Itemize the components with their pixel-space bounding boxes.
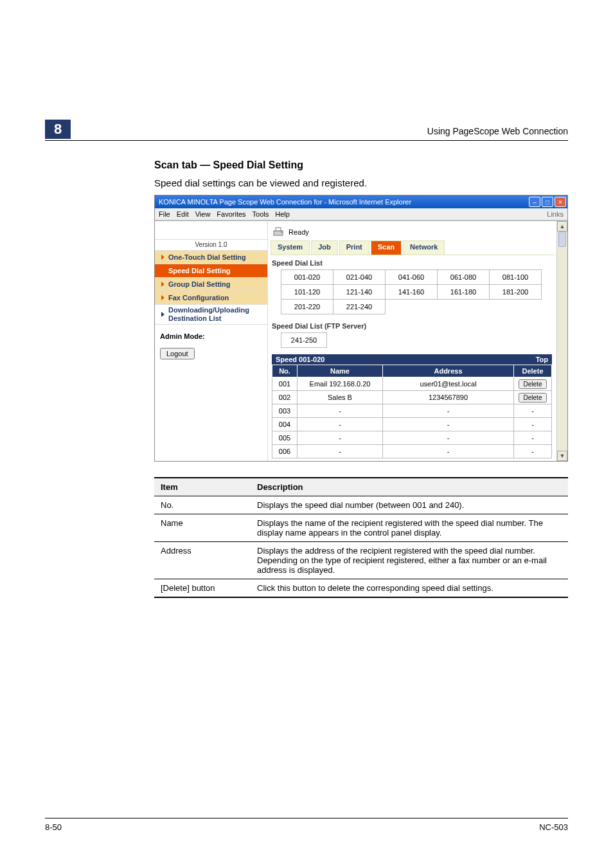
tab-network[interactable]: Network xyxy=(403,240,445,255)
sidebar-item-2[interactable]: Group Dial Setting xyxy=(155,278,267,291)
header-rule xyxy=(45,140,568,141)
svg-point-2 xyxy=(281,231,282,233)
cell-name: - xyxy=(298,431,383,445)
brand-logo xyxy=(155,221,267,240)
version-label: Version 1.0 xyxy=(155,240,267,251)
menu-file[interactable]: File xyxy=(159,210,170,218)
table-row: 002Sales B1234567890Delete xyxy=(272,391,552,404)
delete-button[interactable]: Delete xyxy=(519,393,547,402)
group-header-left: Speed 001-020 xyxy=(276,356,324,363)
cell-address: - xyxy=(383,445,514,458)
tab-system[interactable]: System xyxy=(271,240,310,255)
table-row: 006--- xyxy=(272,445,552,458)
range-cell[interactable]: 221-240 xyxy=(333,300,386,314)
speed-dial-list-title: Speed Dial List xyxy=(272,259,556,267)
tab-print[interactable]: Print xyxy=(339,240,369,255)
footer-page-num: 8-50 xyxy=(45,822,62,832)
status-text: Ready xyxy=(289,228,309,236)
footer-doc-id: NC-503 xyxy=(539,822,568,832)
range-cell[interactable]: 061-080 xyxy=(438,270,490,285)
range-cell[interactable]: 181-200 xyxy=(490,285,542,300)
scroll-thumb[interactable] xyxy=(558,231,566,247)
logout-button[interactable]: Logout xyxy=(160,348,195,359)
cell-name: - xyxy=(298,445,383,458)
group-header-top-link[interactable]: Top xyxy=(536,356,548,363)
scroll-up-arrow[interactable]: ▲ xyxy=(557,221,567,231)
table-row: 003--- xyxy=(272,404,552,418)
range-cell[interactable]: 001-020 xyxy=(281,270,333,285)
cell-delete: Delete xyxy=(514,377,552,391)
sidebar-item-0[interactable]: One-Touch Dial Setting xyxy=(155,251,267,264)
range-cell[interactable]: 161-180 xyxy=(438,285,490,300)
menu-help[interactable]: Help xyxy=(275,210,290,218)
menu-favorites[interactable]: Favorites xyxy=(217,210,245,218)
desc-col-description: Description xyxy=(251,478,568,496)
cell-address: - xyxy=(383,404,514,418)
description-table: ItemDescriptionNo.Displays the speed dia… xyxy=(154,477,568,598)
section-heading: Scan tab — Speed Dial Setting xyxy=(154,159,568,171)
section-lead: Speed dial settings can be viewed and re… xyxy=(154,177,568,188)
tab-job[interactable]: Job xyxy=(311,240,338,255)
range-cell[interactable]: 021-040 xyxy=(333,270,386,285)
ftp-range-table: 241-250 xyxy=(281,332,327,348)
scroll-down-arrow[interactable]: ▼ xyxy=(557,451,567,461)
cell-address: 1234567890 xyxy=(383,391,514,404)
chapter-badge: 8 xyxy=(45,120,71,139)
screenshot-window: KONICA MINOLTA Page Scope Web Connection… xyxy=(154,195,568,462)
range-cell[interactable]: 081-100 xyxy=(490,270,542,285)
col-header: Name xyxy=(298,365,383,377)
chevron-right-icon xyxy=(161,295,164,300)
desc-row: NameDisplays the name of the recipient r… xyxy=(154,514,568,542)
window-close-button[interactable]: × xyxy=(555,197,566,207)
chevron-right-icon xyxy=(161,255,164,260)
sidebar-item-1[interactable]: Speed Dial Setting xyxy=(155,264,267,278)
admin-mode-label: Admin Mode: xyxy=(155,325,267,348)
status-row: Ready xyxy=(268,224,556,240)
window-titlebar[interactable]: KONICA MINOLTA Page Scope Web Connection… xyxy=(155,195,567,208)
table-row: 004--- xyxy=(272,418,552,431)
desc-row: AddressDisplays the address of the recip… xyxy=(154,542,568,579)
desc-text: Click this button to delete the correspo… xyxy=(251,579,568,598)
desc-text: Displays the address of the recipient re… xyxy=(251,542,568,579)
range-cell[interactable]: 201-220 xyxy=(281,300,333,314)
menu-view[interactable]: View xyxy=(195,210,211,218)
range-cell[interactable]: 241-250 xyxy=(281,333,327,348)
menu-tools[interactable]: Tools xyxy=(253,210,269,218)
sidebar-item-label: Downloading/Uploading Destination List xyxy=(168,306,267,323)
cell-no: 004 xyxy=(272,418,298,431)
range-cell[interactable]: 041-060 xyxy=(386,270,438,285)
window-minimize-button[interactable]: – xyxy=(529,197,540,207)
window-maximize-button[interactable]: □ xyxy=(542,197,553,207)
desc-col-item: Item xyxy=(154,478,251,496)
range-cell[interactable]: 141-160 xyxy=(386,285,438,300)
svg-rect-1 xyxy=(276,228,281,231)
desc-item: No. xyxy=(154,496,251,514)
menu-edit[interactable]: Edit xyxy=(177,210,189,218)
range-cell[interactable]: 101-120 xyxy=(281,285,333,300)
desc-text: Displays the name of the recipient regis… xyxy=(251,514,568,542)
sidebar-item-4[interactable]: Downloading/Uploading Destination List xyxy=(155,305,267,325)
main-panel: ▲ ▼ Ready SystemJobP xyxy=(268,221,567,461)
delete-button[interactable]: Delete xyxy=(519,379,547,389)
cell-address: - xyxy=(383,418,514,431)
scrollbar[interactable]: ▲ ▼ xyxy=(556,221,567,461)
chevron-right-icon xyxy=(161,312,164,317)
cell-delete: - xyxy=(514,404,552,418)
sidebar-item-label: Speed Dial Setting xyxy=(168,267,231,275)
cell-name: - xyxy=(298,418,383,431)
browser-menubar[interactable]: File Edit View Favorites Tools Help Link… xyxy=(155,208,567,221)
group-header: Speed 001-020 Top xyxy=(272,354,552,365)
desc-item: [Delete] button xyxy=(154,579,251,598)
menu-links[interactable]: Links xyxy=(547,210,564,218)
speed-dial-data-table: No.NameAddressDelete001Email 192.168.0.2… xyxy=(272,365,552,458)
tab-scan[interactable]: Scan xyxy=(371,240,402,255)
desc-item: Name xyxy=(154,514,251,542)
desc-row: No.Displays the speed dial number (betwe… xyxy=(154,496,568,514)
sidebar-item-3[interactable]: Fax Configuration xyxy=(155,291,267,305)
cell-name: - xyxy=(298,404,383,418)
cell-no: 002 xyxy=(272,391,298,404)
range-table: 001-020021-040041-060061-080081-100101-1… xyxy=(281,269,542,314)
printer-icon xyxy=(272,226,285,239)
range-cell[interactable]: 121-140 xyxy=(333,285,386,300)
cell-address: - xyxy=(383,431,514,445)
